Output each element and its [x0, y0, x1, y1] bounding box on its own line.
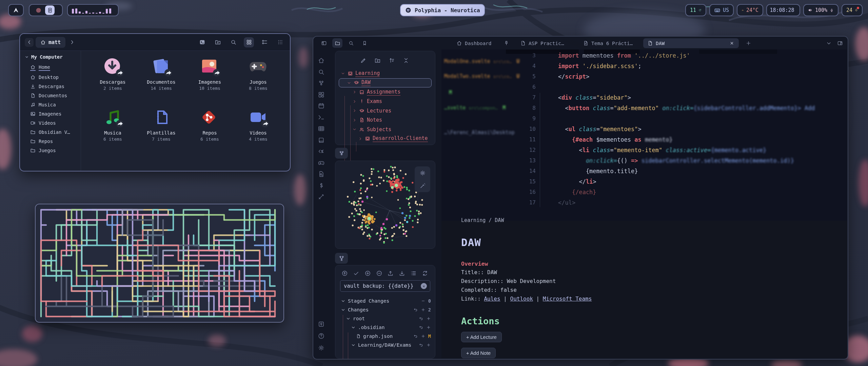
sidebar-toggle-button[interactable]	[319, 38, 329, 48]
git-action-plus-icon[interactable]	[426, 325, 431, 330]
tab-dashboard[interactable]: Dashboard	[452, 38, 513, 48]
explorer-collapse-button[interactable]	[403, 57, 410, 65]
files-button[interactable]	[332, 38, 342, 48]
ribbon-book-icon[interactable]	[318, 137, 325, 144]
sidebar-item-obsidianv[interactable]: Obsidian V…	[25, 127, 81, 137]
chevron-down-icon[interactable]	[341, 71, 345, 76]
ribbon-table-icon[interactable]	[318, 125, 325, 132]
sidebar-item-home[interactable]: Home	[25, 62, 81, 73]
tray-keyboard-layout[interactable]: US	[709, 4, 734, 16]
git-list-button[interactable]	[410, 270, 417, 277]
sidebar-item-musica[interactable]: Musica	[25, 100, 81, 109]
git-action-undo-icon[interactable]	[413, 334, 418, 339]
tree-item-exams[interactable]: Exams	[339, 97, 432, 106]
chevron-down-icon[interactable]	[341, 307, 346, 312]
link-outlook[interactable]: Outlook	[510, 296, 533, 302]
tab-tema-6-pr-cticas-[interactable]: Tema 6 Prácticas -…	[579, 38, 639, 48]
tree-item-assignments[interactable]: Assignments	[339, 87, 432, 97]
tree-item-subjects[interactable]: Subjects	[339, 125, 432, 134]
menu-button[interactable]	[275, 37, 285, 47]
forward-button[interactable]	[67, 38, 76, 47]
chevron-right-icon[interactable]	[352, 108, 357, 113]
breadcrumb[interactable]: matt	[36, 37, 65, 48]
bookmarks-button[interactable]	[359, 38, 370, 48]
sidebar-item-documentos[interactable]: Documentos	[25, 91, 81, 100]
chevron-right-icon[interactable]	[352, 90, 357, 94]
link-microsoft-teams[interactable]: Microsoft Teams	[543, 296, 592, 302]
git-action-plus-icon[interactable]	[426, 343, 431, 347]
media-player-pill[interactable]: Polyphia - Neurotica	[400, 4, 485, 16]
git-action-undo-icon[interactable]	[419, 325, 423, 330]
git-upload-button[interactable]	[387, 270, 394, 277]
explorer-sort-button[interactable]	[389, 57, 396, 65]
ribbon-dollar-icon[interactable]	[318, 182, 325, 189]
graph-panel-tab[interactable]	[335, 148, 348, 159]
launcher-button[interactable]	[8, 4, 24, 16]
tray-updates[interactable]: 11	[685, 4, 706, 16]
sidebar-root[interactable]: My Computer	[25, 54, 81, 60]
tray-audio[interactable]: 100%	[803, 4, 839, 16]
folder-juegos[interactable]: Juegos8 items	[235, 57, 281, 108]
sidebar-item-repos[interactable]: Repos	[25, 137, 81, 146]
ribbon-home-icon[interactable]	[318, 57, 325, 64]
tray-notifications[interactable]: 24	[842, 4, 863, 16]
ribbon-code-template-icon[interactable]	[318, 148, 325, 155]
search-button[interactable]	[346, 38, 356, 48]
chevron-down-icon[interactable]	[351, 325, 356, 330]
git-row-staged-changes[interactable]: Staged Changes0	[339, 297, 431, 305]
folder-musica[interactable]: Musica6 items	[90, 108, 136, 159]
ribbon-file-search-icon[interactable]	[318, 170, 325, 178]
right-sidebar-toggle[interactable]	[835, 38, 845, 48]
sidebar-item-juegos[interactable]: Juegos	[25, 146, 81, 155]
folder-documentos[interactable]: Documentos14 items	[138, 57, 184, 108]
git-action-minus-icon[interactable]	[421, 299, 426, 303]
clear-message-icon[interactable]: ✕	[421, 283, 427, 289]
git-row-graph-json[interactable]: graph.jsonM	[339, 332, 431, 341]
chevron-down-icon[interactable]	[351, 343, 356, 347]
view-list-button[interactable]	[259, 37, 270, 47]
action-button--add-lecture[interactable]: + Add Lecture	[461, 332, 502, 342]
graph-settings-button[interactable]	[419, 170, 426, 176]
terminal-button[interactable]	[197, 37, 207, 47]
chevron-down-icon[interactable]	[341, 299, 346, 303]
graph-filter-button[interactable]	[419, 183, 426, 189]
folder-imagenes[interactable]: Imagenes10 items	[187, 57, 233, 108]
sidebar-item-videos[interactable]: Videos	[25, 118, 81, 127]
chevron-right-icon[interactable]	[352, 118, 357, 122]
view-grid-button[interactable]	[244, 37, 254, 47]
folder-plantillas[interactable]: Plantillas7 items	[138, 108, 184, 159]
tab-asp-practice-6[interactable]: ASP Practice 6	[516, 38, 570, 48]
chevron-down-icon[interactable]	[347, 81, 351, 85]
folder-descargas[interactable]: Descargas2 items	[90, 57, 136, 108]
close-tab-icon[interactable]	[729, 40, 735, 46]
git-action-undo-icon[interactable]	[419, 316, 423, 321]
firefox-app-icon[interactable]	[34, 5, 43, 15]
tree-item-learning[interactable]: Learning	[339, 69, 432, 78]
tree-item-lectures[interactable]: Lectures	[339, 106, 432, 116]
git-check-button[interactable]	[353, 270, 360, 277]
git-panel-tab[interactable]	[335, 253, 348, 264]
git-refresh2-button[interactable]	[422, 270, 429, 277]
chevron-right-icon[interactable]	[352, 99, 357, 104]
explorer-folder-plus-button[interactable]	[374, 57, 382, 65]
git-action-plus-icon[interactable]	[426, 316, 431, 321]
git-action-plus-icon[interactable]	[421, 334, 426, 339]
chevron-right-icon[interactable]	[358, 137, 362, 141]
document-app-icon[interactable]	[45, 5, 55, 15]
folder-videos[interactable]: Videos4 items	[235, 108, 281, 159]
ribbon-graph-icon[interactable]	[318, 80, 325, 87]
git-download-tray-button[interactable]	[399, 270, 406, 277]
ribbon-gear-icon[interactable]	[318, 344, 325, 351]
action-button--add-note[interactable]: + Add Note	[461, 348, 496, 358]
chevron-down-icon[interactable]	[346, 316, 351, 321]
back-button[interactable]	[25, 38, 34, 47]
ribbon-vault-icon[interactable]	[318, 321, 325, 328]
folder-repos[interactable]: Repos6 items	[187, 108, 233, 159]
tab-daw[interactable]: DAW	[643, 38, 739, 48]
ribbon-tools-icon[interactable]	[318, 193, 325, 200]
tree-item-notes[interactable]: Notes	[339, 116, 432, 125]
git-row--obsidian[interactable]: .obsidian	[339, 323, 431, 332]
chevron-down-icon[interactable]	[352, 127, 357, 131]
git-action-undo-icon[interactable]	[413, 307, 418, 312]
new-folder-button[interactable]	[213, 37, 223, 47]
